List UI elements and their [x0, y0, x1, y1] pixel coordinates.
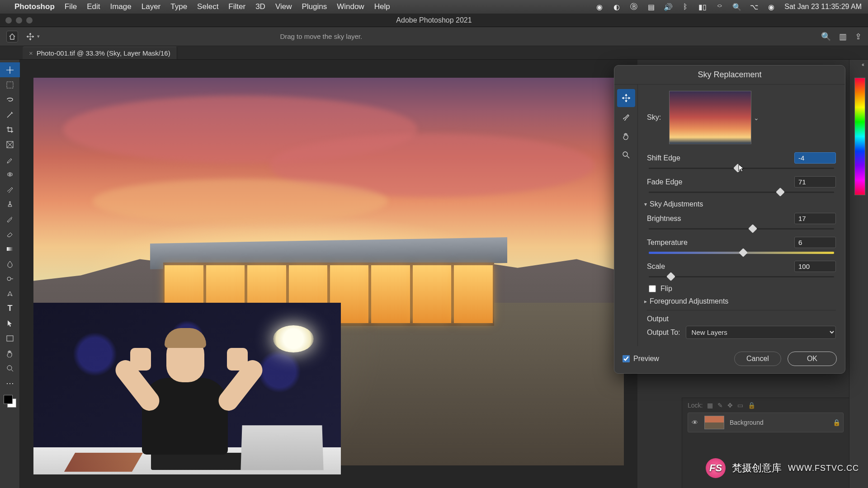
svg-point-7: [623, 152, 627, 156]
move-tool[interactable]: [0, 62, 20, 77]
heal-tool[interactable]: [0, 167, 20, 182]
cc-icon[interactable]: ◐: [613, 3, 621, 11]
zoom-tool[interactable]: [0, 361, 20, 375]
layer-thumbnail[interactable]: [704, 416, 724, 429]
tool-preset[interactable]: ▾: [26, 33, 40, 41]
menu-type[interactable]: Type: [170, 2, 187, 11]
bluetooth-icon[interactable]: ᛒ: [681, 3, 689, 11]
fade-edge-value[interactable]: [794, 176, 836, 188]
menu-plugins[interactable]: Plugins: [302, 2, 327, 11]
stamp-tool[interactable]: [0, 197, 20, 211]
pen-tool[interactable]: [0, 286, 20, 301]
record-icon[interactable]: ◉: [595, 3, 604, 11]
fade-edge-slider[interactable]: [649, 189, 834, 196]
fg-color-swatch[interactable]: [4, 395, 13, 404]
lock-artboard-icon[interactable]: ▭: [737, 402, 743, 409]
temperature-slider[interactable]: [649, 250, 834, 256]
rectangle-tool[interactable]: [0, 331, 20, 346]
path-select-tool[interactable]: [0, 316, 20, 331]
layer-name[interactable]: Background: [730, 419, 764, 426]
preview-checkbox[interactable]: Preview: [623, 355, 659, 363]
crop-tool[interactable]: [0, 122, 20, 137]
calendar-icon[interactable]: ▤: [647, 3, 655, 11]
preview-input[interactable]: [623, 355, 630, 362]
control-center-icon[interactable]: ⌥: [750, 3, 758, 11]
document-tab-bar: × Photo-001.tif @ 33.3% (Sky, Layer Mask…: [0, 46, 868, 60]
svg-rect-5: [7, 336, 13, 341]
dialog-hand-tool[interactable]: [617, 127, 635, 145]
lock-brush-icon[interactable]: ✎: [717, 402, 723, 409]
menu-select[interactable]: Select: [197, 2, 218, 11]
section-sky-adjustments[interactable]: ▾ Sky Adjustments: [644, 200, 836, 208]
dodge-tool[interactable]: [0, 271, 20, 286]
output-to-select[interactable]: New Layers: [686, 326, 836, 339]
menu-filter[interactable]: Filter: [228, 2, 245, 11]
canvas-area[interactable]: [20, 60, 637, 488]
more-tools[interactable]: ⋯: [0, 375, 20, 390]
shift-edge-value[interactable]: [794, 152, 836, 164]
dialog-zoom-tool[interactable]: [617, 146, 635, 164]
sky-preset-picker[interactable]: [669, 91, 751, 144]
wand-tool[interactable]: [0, 107, 20, 122]
spotlight-icon[interactable]: 🔍: [733, 3, 741, 11]
color-spectrum[interactable]: [854, 78, 865, 195]
traffic-lights[interactable]: [5, 17, 33, 23]
menu-help[interactable]: Help: [374, 2, 390, 11]
brightness-value[interactable]: [794, 213, 836, 224]
search-icon[interactable]: 🔍: [821, 32, 831, 42]
menu-window[interactable]: Window: [337, 2, 364, 11]
eraser-tool[interactable]: [0, 226, 20, 241]
cancel-button[interactable]: Cancel: [734, 352, 781, 366]
menu-file[interactable]: File: [65, 2, 77, 11]
dialog-brush-tool[interactable]: [617, 108, 635, 126]
dialog-move-tool[interactable]: [617, 89, 635, 107]
home-button[interactable]: [6, 31, 18, 42]
flip-checkbox[interactable]: Flip: [649, 285, 836, 293]
wifi-icon[interactable]: ⌔: [716, 3, 724, 11]
brush-tool[interactable]: [0, 182, 20, 197]
color-swatches[interactable]: [0, 393, 19, 411]
expand-panels-icon[interactable]: ‹‹: [862, 61, 863, 68]
flip-input[interactable]: [649, 285, 656, 292]
menu-layer[interactable]: Layer: [142, 2, 161, 11]
brightness-slider[interactable]: [649, 226, 834, 232]
history-brush-tool[interactable]: [0, 211, 20, 226]
eyedropper-tool[interactable]: [0, 152, 20, 167]
document-tab[interactable]: × Photo-001.tif @ 33.3% (Sky, Layer Mask…: [23, 47, 177, 59]
siri-icon[interactable]: ◉: [767, 3, 775, 11]
share-icon[interactable]: ⇪: [855, 32, 862, 42]
scale-slider[interactable]: [649, 274, 834, 280]
ok-button[interactable]: OK: [788, 352, 837, 366]
scale-value[interactable]: [794, 261, 836, 272]
blur-tool[interactable]: [0, 256, 20, 271]
menu-edit[interactable]: Edit: [87, 2, 100, 11]
temperature-value[interactable]: [794, 237, 836, 248]
layer-row-background[interactable]: 👁 Background 🔒: [688, 413, 844, 432]
menubar-clock[interactable]: Sat Jan 23 11:35:29 AM: [784, 3, 862, 11]
layer-lock-icon[interactable]: 🔒: [833, 419, 840, 426]
type-tool[interactable]: T: [0, 301, 20, 316]
section-foreground-adjustments[interactable]: ▸ Foreground Adjustments: [644, 297, 836, 305]
volume-icon[interactable]: 🔊: [664, 3, 672, 11]
gradient-tool[interactable]: [0, 241, 20, 256]
visibility-icon[interactable]: 👁: [691, 419, 699, 426]
lock-move-icon[interactable]: ✥: [727, 402, 733, 409]
app-name[interactable]: Photoshop: [14, 2, 55, 11]
lock-pixels-icon[interactable]: ▦: [707, 402, 713, 409]
lock-all-icon[interactable]: 🔒: [748, 402, 755, 409]
hand-tool[interactable]: [0, 346, 20, 361]
battery-icon[interactable]: ▮▯: [698, 3, 707, 11]
menu-image[interactable]: Image: [110, 2, 131, 11]
menu-view[interactable]: View: [275, 2, 292, 11]
param-fade-edge: Fade Edge: [647, 176, 836, 196]
window-titlebar: Adobe Photoshop 2021: [0, 14, 868, 27]
frame-tool[interactable]: [0, 137, 20, 152]
b-icon[interactable]: Ⓑ: [630, 3, 638, 11]
marquee-tool[interactable]: [0, 77, 20, 92]
lasso-tool[interactable]: [0, 92, 20, 107]
close-tab-icon[interactable]: ×: [29, 49, 33, 57]
workspace-icon[interactable]: ▥: [839, 32, 847, 42]
shift-edge-slider[interactable]: [649, 165, 834, 172]
preview-label: Preview: [633, 355, 659, 363]
menu-3d[interactable]: 3D: [255, 2, 265, 11]
